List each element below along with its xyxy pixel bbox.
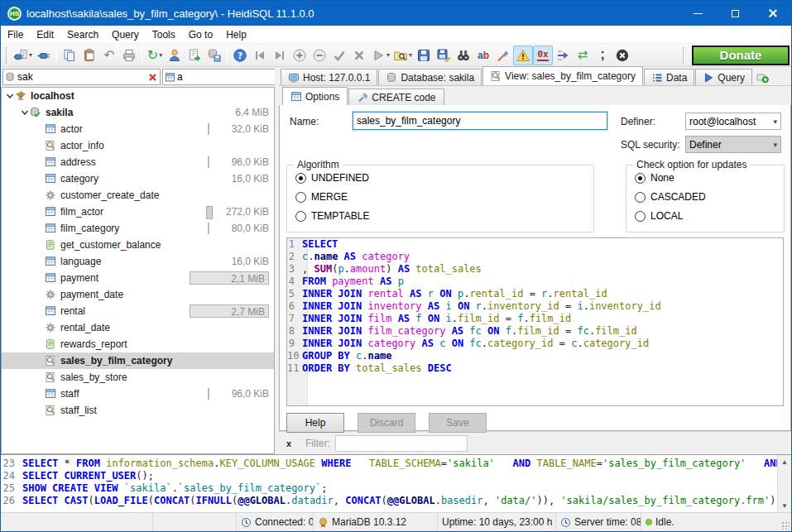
- disconnect-button[interactable]: [34, 46, 54, 65]
- tree-item-film_actor[interactable]: film_actor272,0 KiB: [2, 204, 274, 220]
- nav-first-button[interactable]: [250, 46, 270, 65]
- clear-database-filter-icon[interactable]: [147, 72, 158, 83]
- check-option-radio-local[interactable]: LOCAL: [635, 209, 784, 223]
- sql-token: ): [386, 263, 397, 275]
- menu-query[interactable]: Query: [105, 26, 146, 43]
- scroll-up-icon[interactable]: ▲: [778, 455, 792, 468]
- refresh-button[interactable]: ↻▾: [145, 46, 165, 65]
- tab-database-sakila[interactable]: Database: sakila: [378, 69, 482, 85]
- export-database-button[interactable]: [185, 46, 204, 65]
- warn-toggle-button[interactable]: [513, 46, 533, 65]
- tab-view-sales-by-film-category[interactable]: View: sales_by_film_category: [482, 66, 643, 85]
- expand-chevron-icon[interactable]: [20, 108, 30, 117]
- check-option-radio-none[interactable]: None: [635, 171, 784, 185]
- apply-changes-button[interactable]: [329, 46, 349, 65]
- algorithm-radio-temptable[interactable]: TEMPTABLE: [295, 209, 593, 223]
- filter-input[interactable]: [335, 435, 468, 452]
- undo-button[interactable]: ↶: [99, 46, 119, 65]
- filter-close-icon[interactable]: x: [279, 439, 299, 448]
- tree-item-rental_date[interactable]: rental_date: [2, 319, 274, 336]
- help-button[interactable]: ?: [230, 46, 250, 65]
- tree-item-rewards_report[interactable]: rewards_report: [2, 336, 274, 352]
- find-button[interactable]: [454, 46, 473, 65]
- discard-changes-button[interactable]: [349, 46, 369, 65]
- tab-query[interactable]: Query: [695, 69, 752, 85]
- donate-button[interactable]: Donate: [692, 46, 790, 65]
- user-manager-button[interactable]: [165, 46, 185, 65]
- donate-grip[interactable]: [683, 47, 685, 64]
- tree-item-payment[interactable]: payment2,1 MiB: [2, 270, 274, 286]
- view-name-input[interactable]: [353, 112, 607, 130]
- definer-combobox[interactable]: root@localhost ▾: [685, 113, 781, 130]
- format-code-button[interactable]: [493, 46, 513, 65]
- menu-file[interactable]: File: [1, 26, 30, 43]
- replace-button[interactable]: ab: [473, 46, 493, 65]
- add-query-tab-icon[interactable]: [756, 71, 769, 84]
- run-query-button[interactable]: ▾: [369, 46, 391, 65]
- sql-token: INNER JOIN: [302, 313, 362, 324]
- tree-item-address[interactable]: address96,0 KiB: [2, 154, 274, 170]
- sql-security-value: Definer: [689, 139, 722, 151]
- algorithm-radio-merge[interactable]: MERGE: [295, 190, 593, 204]
- delete-row-button[interactable]: [310, 46, 329, 65]
- tree-item-sales_by_film_category[interactable]: sales_by_film_category: [2, 352, 274, 369]
- tree-item-rental[interactable]: rental2,7 MiB: [2, 303, 274, 319]
- menu-search[interactable]: Search: [60, 26, 105, 43]
- tree-item-language[interactable]: language16,0 KiB: [2, 253, 274, 270]
- paste-button[interactable]: [79, 46, 99, 65]
- sql-security-combobox[interactable]: Definer ▾: [685, 136, 781, 153]
- tree-item-sales_by_store[interactable]: sales_by_store: [2, 369, 274, 386]
- tree-item-actor[interactable]: actor32,0 KiB: [2, 121, 274, 137]
- view-select-code-editor[interactable]: 1SELECT2c.name AS category3, SUM(p.amoun…: [286, 237, 784, 406]
- help-button[interactable]: Help: [286, 413, 344, 433]
- tab-data[interactable]: Data: [644, 69, 694, 85]
- subtab-create-code[interactable]: CREATE code: [348, 89, 444, 105]
- sql-token: [391, 276, 397, 287]
- log-scrollbar[interactable]: ▲ ▼: [777, 455, 791, 512]
- tree-item-customer_create_date[interactable]: customer_create_date: [2, 187, 274, 204]
- bind-params-button[interactable]: [553, 46, 573, 65]
- tab-host-127-0-0-1[interactable]: Host: 127.0.0.1: [281, 69, 377, 85]
- menu-edit[interactable]: Edit: [30, 26, 60, 43]
- tree-item-get_customer_balance[interactable]: get_customer_balance: [2, 237, 274, 253]
- algorithm-radio-undefined[interactable]: UNDEFINED: [295, 171, 593, 185]
- tree-item-localhost[interactable]: localhost: [2, 88, 274, 104]
- database-filter-input[interactable]: [16, 71, 147, 83]
- toolbar-grip[interactable]: [6, 47, 8, 64]
- hex-toggle-button[interactable]: 0x: [533, 46, 553, 65]
- tree-item-staff_list[interactable]: staff_list: [2, 402, 274, 419]
- stop-button[interactable]: [612, 46, 632, 65]
- subtab-options[interactable]: Options: [282, 87, 348, 105]
- copy-button[interactable]: [60, 46, 79, 65]
- tree-item-actor_info[interactable]: actor_info: [2, 137, 274, 154]
- semicolon-button[interactable]: ;: [593, 46, 612, 65]
- save-sql-button[interactable]: [204, 46, 224, 65]
- close-button[interactable]: [754, 1, 791, 26]
- menu-go-to[interactable]: Go to: [182, 26, 219, 43]
- scroll-down-icon[interactable]: ▼: [778, 499, 792, 512]
- maximize-button[interactable]: [717, 1, 754, 26]
- reconnect-button[interactable]: ⇄: [573, 46, 593, 65]
- sql-token: ;: [321, 482, 327, 494]
- save-file-button[interactable]: [414, 46, 434, 65]
- nav-last-button[interactable]: [270, 46, 290, 65]
- resize-grip[interactable]: [781, 521, 790, 530]
- save-file-as-button[interactable]: [434, 46, 454, 65]
- tree-item-staff[interactable]: staff96,0 KiB: [2, 386, 274, 402]
- tree-item-sakila[interactable]: sakila6,4 MiB: [2, 104, 274, 121]
- code-line: 11ORDER BY total_sales DESC: [287, 362, 783, 375]
- minimize-button[interactable]: [679, 1, 717, 26]
- print-button[interactable]: [119, 46, 139, 65]
- sql-token: `sakila`: [124, 482, 172, 494]
- menu-tools[interactable]: Tools: [146, 26, 182, 43]
- line-number: 7: [287, 313, 302, 325]
- tree-item-payment_date[interactable]: payment_date: [2, 286, 274, 303]
- check-option-radio-cascaded[interactable]: CASCADED: [635, 190, 784, 204]
- tree-item-film_category[interactable]: film_category80,0 KiB: [2, 220, 274, 237]
- tree-item-category[interactable]: category16,0 KiB: [2, 170, 274, 187]
- open-file-button[interactable]: ▾: [391, 46, 414, 65]
- expand-chevron-icon[interactable]: [5, 91, 15, 101]
- session-manager-button[interactable]: ▾: [12, 46, 34, 65]
- add-row-button[interactable]: [290, 46, 310, 65]
- menu-help[interactable]: Help: [219, 26, 253, 43]
